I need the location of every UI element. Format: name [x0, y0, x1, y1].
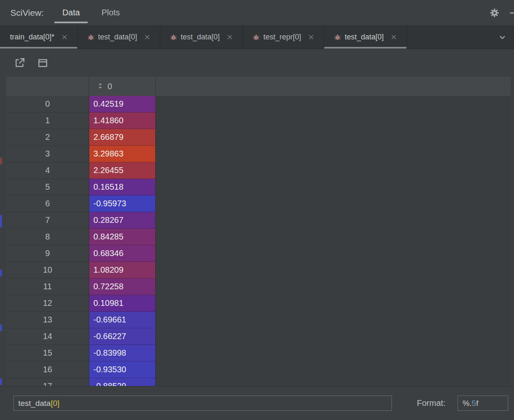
row-index[interactable]: 5 [6, 179, 89, 195]
close-tab-icon[interactable] [308, 34, 314, 40]
table-row: 80.84285 [6, 229, 511, 245]
value-cell[interactable]: -0.69661 [89, 312, 156, 328]
table-row: 17-0.88529 [6, 378, 511, 386]
row-index[interactable]: 12 [6, 295, 89, 312]
edge-mark [0, 215, 2, 227]
row-filler [156, 378, 511, 386]
row-filler [156, 212, 511, 229]
editor-tab[interactable]: test_data[0] [160, 26, 243, 49]
value-cell[interactable]: 0.68346 [89, 245, 156, 262]
tab-plots[interactable]: Plots [93, 0, 127, 25]
bug-icon [88, 34, 94, 41]
expression-name: test_data [18, 399, 51, 408]
table-row: 00.42519 [6, 96, 511, 112]
bug-icon [253, 34, 259, 41]
settings-gear-icon[interactable] [488, 7, 501, 19]
row-filler [156, 245, 511, 262]
row-index[interactable]: 16 [6, 361, 89, 378]
value-cell[interactable]: 1.41860 [89, 112, 156, 129]
expression-input[interactable]: test_data[0] [13, 396, 392, 411]
row-index[interactable]: 8 [6, 229, 89, 245]
editor-tab[interactable]: test_repr[0] [243, 26, 324, 49]
close-tab-icon[interactable] [144, 34, 150, 40]
table-row: 101.08209 [6, 262, 511, 278]
value-cell[interactable]: -0.93530 [89, 361, 156, 378]
table-row: 13-0.69661 [6, 312, 511, 328]
editor-tab[interactable]: train_data[0]* [0, 26, 78, 49]
header-actions [488, 0, 514, 25]
row-filler [156, 229, 511, 245]
editor-tabbar: train_data[0]*test_data[0]test_data[0]te… [0, 26, 514, 49]
table-row: 90.68346 [6, 245, 511, 262]
tab-data[interactable]: Data [54, 0, 88, 25]
row-index[interactable]: 9 [6, 245, 89, 262]
table-row: 110.72258 [6, 278, 511, 295]
bug-icon [170, 34, 177, 41]
hide-panel-icon[interactable] [507, 7, 514, 19]
value-cell[interactable]: -0.83998 [89, 345, 156, 361]
row-index[interactable]: 11 [6, 278, 89, 295]
sciview-header: SciView: Data Plots [0, 0, 514, 26]
tabs-dropdown-chevron-icon[interactable] [491, 26, 514, 49]
row-filler [156, 129, 511, 146]
header-filler [156, 77, 511, 96]
row-index[interactable]: 14 [6, 328, 89, 345]
table-row: 33.29863 [6, 146, 511, 162]
move-to-window-icon[interactable] [37, 57, 49, 69]
row-index[interactable]: 0 [6, 96, 89, 112]
table-row: 11.41860 [6, 112, 511, 129]
row-index[interactable]: 7 [6, 212, 89, 229]
row-index[interactable]: 1 [6, 112, 89, 129]
value-cell[interactable]: 0.84285 [89, 229, 156, 245]
tab-data-label: Data [62, 8, 80, 17]
row-filler [156, 146, 511, 162]
row-index[interactable]: 13 [6, 312, 89, 328]
sciview-title: SciView: [10, 8, 44, 18]
table-row: 42.26455 [6, 162, 511, 179]
format-suffix: f [476, 399, 478, 408]
column-header-label: 0 [108, 82, 112, 91]
table-row: 14-0.66227 [6, 328, 511, 345]
value-cell[interactable]: 2.26455 [89, 162, 156, 179]
value-cell[interactable]: 0.10981 [89, 295, 156, 312]
row-index[interactable]: 17 [6, 378, 89, 386]
open-in-new-window-icon[interactable] [13, 57, 26, 69]
format-prefix: %. [463, 399, 472, 408]
row-filler [156, 328, 511, 345]
close-tab-icon[interactable] [62, 34, 67, 40]
value-cell[interactable]: -0.88529 [89, 378, 156, 386]
sort-icon [98, 82, 103, 91]
editor-tab[interactable]: test_data[0] [324, 26, 407, 49]
row-filler [156, 96, 511, 112]
editor-tab-label: test_data[0] [98, 33, 137, 42]
row-index[interactable]: 10 [6, 262, 89, 278]
footer-bar: test_data[0] Format: %.5f [0, 386, 514, 420]
value-cell[interactable]: 0.16518 [89, 179, 156, 195]
row-index[interactable]: 2 [6, 129, 89, 146]
value-cell[interactable]: 0.28267 [89, 212, 156, 229]
row-filler [156, 112, 511, 129]
row-index[interactable]: 6 [6, 195, 89, 212]
edge-mark [0, 270, 2, 276]
row-index[interactable]: 4 [6, 162, 89, 179]
value-cell[interactable]: 1.08209 [89, 262, 156, 278]
row-index[interactable]: 3 [6, 146, 89, 162]
editor-tab[interactable]: test_data[0] [78, 26, 160, 49]
format-input[interactable]: %.5f [458, 396, 508, 411]
row-filler [156, 361, 511, 378]
sciview-panel: SciView: Data Plots [0, 0, 514, 420]
close-tab-icon[interactable] [227, 34, 233, 40]
value-cell[interactable]: -0.66227 [89, 328, 156, 345]
value-cell[interactable]: -0.95973 [89, 195, 156, 212]
row-filler [156, 312, 511, 328]
table-row: 22.66879 [6, 129, 511, 146]
value-cell[interactable]: 3.29863 [89, 146, 156, 162]
row-index[interactable]: 15 [6, 345, 89, 361]
value-cell[interactable]: 0.42519 [89, 96, 156, 112]
value-cell[interactable]: 0.72258 [89, 278, 156, 295]
row-filler [156, 295, 511, 312]
column-header[interactable]: 0 [89, 77, 156, 96]
value-cell[interactable]: 2.66879 [89, 129, 156, 146]
close-tab-icon[interactable] [391, 34, 397, 40]
data-table: 0 00.4251911.4186022.6687933.2986342.264… [6, 77, 511, 386]
